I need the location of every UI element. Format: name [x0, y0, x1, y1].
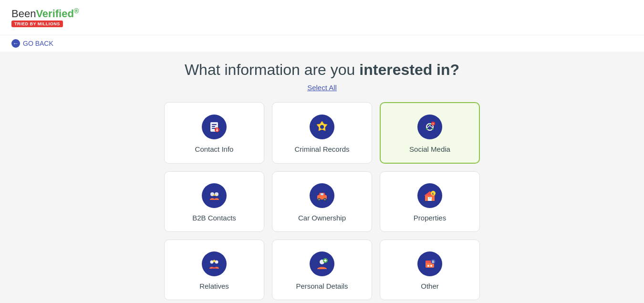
main-content: What information are you interested in? … — [0, 52, 644, 303]
page-title-bold: interested in? — [359, 61, 459, 78]
logo-text: BeenVerified® — [11, 8, 79, 19]
svg-rect-37 — [324, 260, 327, 261]
svg-point-33 — [213, 260, 216, 262]
svg-rect-1 — [212, 124, 217, 125]
card-criminal-records-label: Criminal Records — [294, 145, 349, 153]
svg-point-12 — [426, 128, 428, 130]
logo: BeenVerified® TRIED BY MILLIONS — [11, 8, 79, 27]
card-car-ownership-label: Car Ownership — [298, 214, 346, 222]
card-relatives-label: Relatives — [199, 282, 229, 290]
card-b2b-contacts-label: B2B Contacts — [192, 214, 236, 222]
svg-rect-2 — [212, 126, 215, 127]
card-social-media[interactable]: ? Social Media — [380, 102, 480, 164]
card-contact-info-label: Contact Info — [195, 145, 234, 153]
b2b-icon — [202, 183, 227, 208]
card-b2b-contacts[interactable]: B2B Contacts — [164, 171, 264, 232]
card-relatives[interactable]: Relatives — [164, 240, 264, 300]
personal-icon — [310, 251, 334, 276]
svg-rect-41 — [430, 265, 432, 267]
go-back-label: GO BACK — [23, 40, 53, 47]
svg-point-10 — [429, 124, 431, 125]
logo-badge: TRIED BY MILLIONS — [11, 21, 63, 27]
relatives-icon — [202, 251, 227, 276]
card-other[interactable]: B Other — [380, 240, 480, 300]
other-icon: B — [417, 251, 442, 276]
social-media-icon: ? — [417, 115, 442, 139]
svg-text:B: B — [432, 260, 435, 263]
page-title: What information are you interested in? — [185, 61, 459, 79]
card-criminal-records[interactable]: Criminal Records — [272, 102, 372, 164]
page-title-plain: What information are you — [185, 61, 359, 78]
card-personal-details-label: Personal Details — [296, 282, 348, 290]
svg-rect-6 — [216, 130, 218, 131]
car-icon — [310, 183, 334, 208]
card-contact-info[interactable]: Contact Info — [164, 102, 264, 164]
card-car-ownership[interactable]: Car Ownership — [272, 171, 372, 232]
card-social-media-label: Social Media — [409, 145, 450, 153]
contact-icon — [202, 115, 227, 139]
properties-icon: $ — [417, 183, 442, 208]
card-other-label: Other — [421, 282, 439, 290]
select-all-link[interactable]: Select All — [307, 84, 337, 92]
svg-point-21 — [319, 199, 320, 200]
svg-point-32 — [215, 261, 218, 264]
card-properties[interactable]: $ Properties — [380, 171, 480, 232]
svg-line-14 — [427, 125, 430, 128]
svg-point-23 — [324, 199, 326, 200]
cards-grid: Contact Info Criminal Records — [164, 102, 480, 300]
svg-point-11 — [432, 128, 434, 130]
svg-text:?: ? — [432, 123, 434, 125]
svg-point-8 — [320, 125, 324, 129]
go-back-link[interactable]: ← GO BACK — [0, 35, 644, 52]
card-personal-details[interactable]: Personal Details — [272, 240, 372, 300]
go-back-icon: ← — [11, 39, 20, 48]
criminal-icon — [310, 115, 334, 139]
svg-rect-24 — [321, 193, 323, 195]
svg-rect-28 — [429, 197, 431, 199]
header: BeenVerified® TRIED BY MILLIONS — [0, 0, 644, 35]
svg-line-13 — [430, 125, 433, 128]
svg-rect-40 — [427, 265, 429, 267]
card-properties-label: Properties — [414, 214, 446, 222]
svg-point-31 — [210, 261, 214, 264]
svg-rect-5 — [217, 128, 218, 130]
